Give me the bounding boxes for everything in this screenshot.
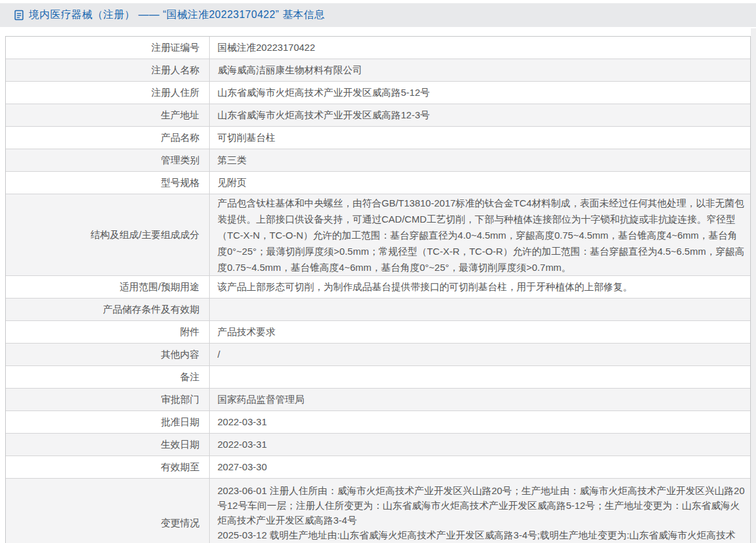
row-value: 该产品上部形态可切削，为制作成品基台提供带接口的可切削基台柱，用于牙种植体的上部… [210,276,750,298]
table-row-registrant-address: 注册人住所 山东省威海市火炬高技术产业开发区威高路5-12号 [6,82,750,104]
row-value: 山东省威海市火炬高技术产业开发区威高路5-12号 [210,82,750,104]
row-label: 生效日期 [6,434,210,456]
row-value: 见附页 [210,172,750,194]
row-value: 第三类 [210,149,750,171]
row-label: 注册人名称 [6,59,210,81]
table-row-structure-composition: 结构及组成/主要组成成分 产品包含钛柱基体和中央螺丝，由符合GB/T13810-… [6,194,750,276]
page-title: 境内医疗器械（注册） —— “国械注准20223170422” 基本信息 [29,8,325,22]
row-label: 变更情况 [6,479,210,543]
table-row-attachment: 附件 产品技术要求 [6,321,750,344]
row-label: 注册人住所 [6,82,210,104]
row-label: 注册证编号 [6,37,210,59]
row-label: 适用范围/预期用途 [6,276,210,298]
table-row-registrant-name: 注册人名称 威海威高洁丽康生物材料有限公司 [6,59,750,82]
table-row-effective-date: 生效日期 2022-03-31 [6,434,750,456]
table-row-approval-department: 审批部门 国家药品监督管理局 [6,389,750,411]
row-value: 2022-03-31 [210,434,750,456]
row-label: 产品储存条件及有效期 [6,299,210,320]
table-row-management-class: 管理类别 第三类 [6,149,750,172]
table-row-product-name: 产品名称 可切削基台柱 [6,127,750,149]
table-row-intended-use: 适用范围/预期用途 该产品上部形态可切削，为制作成品基台提供带接口的可切削基台柱… [6,276,750,299]
row-value: 可切削基台柱 [210,127,750,149]
table-row-approval-date: 批准日期 2022-03-31 [6,411,750,434]
row-label: 有效期至 [6,456,210,478]
table-row-change-history: 变更情况 2023-06-01 注册人住所由：威海市火炬高技术产业开发区兴山路2… [6,479,750,543]
row-value: 产品技术要求 [210,321,750,343]
document-icon [14,10,24,21]
table-row-storage-conditions: 产品储存条件及有效期 [6,299,750,321]
page-right-margin [751,28,756,543]
row-value: 产品包含钛柱基体和中央螺丝，由符合GB/T13810-2017标准的钛合金TC4… [210,194,750,275]
row-label: 批准日期 [6,411,210,433]
table-row-registration-number: 注册证编号 国械注准20223170422 [6,37,750,59]
registration-info-table: 注册证编号 国械注准20223170422 注册人名称 威海威高洁丽康生物材料有… [5,36,751,543]
row-label: 产品名称 [6,127,210,149]
row-label: 附件 [6,321,210,343]
row-value: 国械注准20223170422 [210,37,750,59]
row-value: / [210,344,750,365]
table-row-other-content: 其他内容 / [6,344,750,366]
row-value: 2023-06-01 注册人住所由：威海市火炬高技术产业开发区兴山路20号；生产… [210,479,750,543]
table-row-remarks: 备注 [6,366,750,389]
row-value: 2022-03-31 [210,411,750,433]
row-value: 威海威高洁丽康生物材料有限公司 [210,59,750,81]
row-label: 管理类别 [6,149,210,171]
row-value: 山东省威海市火炬高技术产业开发区威高路12-3号 [210,104,750,126]
table-row-model-spec: 型号规格 见附页 [6,172,750,194]
table-row-expiry-date: 有效期至 2027-03-30 [6,456,750,479]
page-header-bar: 境内医疗器械（注册） —— “国械注准20223170422” 基本信息 [0,3,756,27]
table-row-production-address: 生产地址 山东省威海市火炬高技术产业开发区威高路12-3号 [6,104,750,127]
row-value: 国家药品监督管理局 [210,389,750,410]
row-value [210,366,750,388]
row-label: 其他内容 [6,344,210,365]
row-label: 结构及组成/主要组成成分 [6,194,210,275]
row-label: 生产地址 [6,104,210,126]
row-label: 备注 [6,366,210,388]
row-label: 审批部门 [6,389,210,410]
row-value [210,299,750,320]
row-value: 2027-03-30 [210,456,750,478]
row-label: 型号规格 [6,172,210,194]
